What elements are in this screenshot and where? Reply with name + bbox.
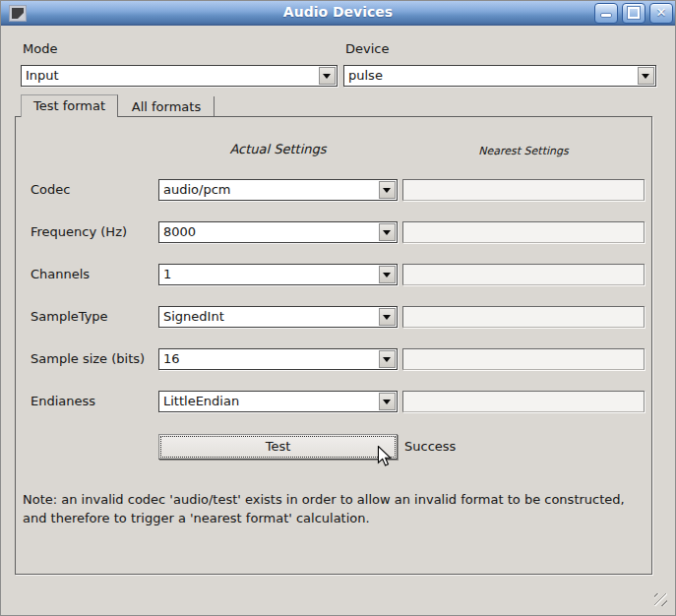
- minimize-icon: [600, 13, 612, 18]
- note-line-2: and therefore to trigger a 'nearest form…: [23, 509, 625, 527]
- chevron-down-icon: [383, 273, 391, 281]
- codec-select-value: audio/pcm: [163, 182, 377, 197]
- device-label: Device: [345, 41, 389, 56]
- chevron-down-icon: [323, 74, 331, 83]
- frequency-select-value: 8000: [163, 224, 377, 239]
- mode-select-value: Input: [26, 68, 317, 83]
- endianess-dropdown-button[interactable]: [379, 393, 396, 410]
- frequency-dropdown-button[interactable]: [379, 223, 396, 241]
- tab-all-formats[interactable]: All formats: [119, 96, 215, 116]
- mode-select[interactable]: Input: [21, 65, 338, 87]
- nearest-settings-header: Nearest Settings: [402, 145, 645, 157]
- status-text: Success: [404, 439, 456, 454]
- titlebar[interactable]: Audio Devices ✕: [1, 1, 675, 26]
- mode-dropdown-button[interactable]: [319, 67, 336, 85]
- channels-dropdown-button[interactable]: [379, 266, 396, 283]
- device-select[interactable]: pulse: [343, 65, 656, 87]
- endianess-select[interactable]: LittleEndian: [158, 391, 398, 412]
- samplesize-select[interactable]: 16: [158, 348, 398, 370]
- resize-grip[interactable]: [654, 593, 667, 606]
- samplesize-label: Sample size (bits): [31, 351, 145, 366]
- device-select-value: pulse: [348, 68, 636, 83]
- nearest-codec-field: [402, 179, 645, 201]
- actual-settings-header: Actual Settings: [158, 142, 398, 156]
- chevron-down-icon: [383, 400, 391, 408]
- channels-select-value: 1: [163, 267, 377, 281]
- sampletype-select[interactable]: SignedInt: [158, 306, 398, 328]
- audio-devices-window: Audio Devices ✕ Mode Input Device pulse …: [0, 0, 676, 616]
- frequency-select[interactable]: 8000: [158, 221, 398, 243]
- codec-dropdown-button[interactable]: [379, 181, 396, 199]
- endianess-label: Endianess: [31, 394, 95, 408]
- sampletype-select-value: SignedInt: [163, 309, 377, 324]
- nearest-channels-field: [402, 264, 645, 285]
- nearest-samplesize-field: [402, 348, 645, 370]
- samplesize-select-value: 16: [163, 351, 377, 366]
- note-text: Note: an invalid codec 'audio/test' exis…: [23, 490, 625, 527]
- close-button[interactable]: ✕: [649, 3, 673, 24]
- sampletype-label: SampleType: [31, 309, 108, 324]
- device-dropdown-button[interactable]: [638, 67, 654, 85]
- window-controls: ✕: [594, 3, 673, 24]
- sampletype-dropdown-button[interactable]: [379, 308, 396, 326]
- frequency-label: Frequency (Hz): [31, 224, 127, 239]
- chevron-down-icon: [383, 230, 391, 239]
- test-button[interactable]: Test: [158, 434, 398, 460]
- chevron-down-icon: [383, 357, 391, 366]
- codec-select[interactable]: audio/pcm: [158, 179, 398, 201]
- channels-label: Channels: [31, 267, 90, 281]
- chevron-down-icon: [642, 74, 649, 83]
- close-icon: ✕: [650, 5, 672, 20]
- nearest-frequency-field: [402, 221, 645, 243]
- chevron-down-icon: [383, 188, 391, 197]
- codec-label: Codec: [31, 182, 70, 197]
- window-title: Audio Devices: [1, 4, 675, 20]
- maximize-button[interactable]: [622, 3, 645, 24]
- maximize-icon: [628, 7, 640, 19]
- tab-test-format[interactable]: Test format: [21, 94, 118, 117]
- minimize-button[interactable]: [594, 3, 618, 24]
- chevron-down-icon: [383, 315, 391, 324]
- nearest-sampletype-field: [402, 306, 645, 328]
- note-line-1: Note: an invalid codec 'audio/test' exis…: [23, 490, 625, 509]
- endianess-select-value: LittleEndian: [163, 394, 377, 408]
- samplesize-dropdown-button[interactable]: [379, 350, 396, 368]
- channels-select[interactable]: 1: [158, 264, 398, 285]
- mode-label: Mode: [23, 41, 57, 56]
- nearest-endianess-field: [402, 391, 645, 412]
